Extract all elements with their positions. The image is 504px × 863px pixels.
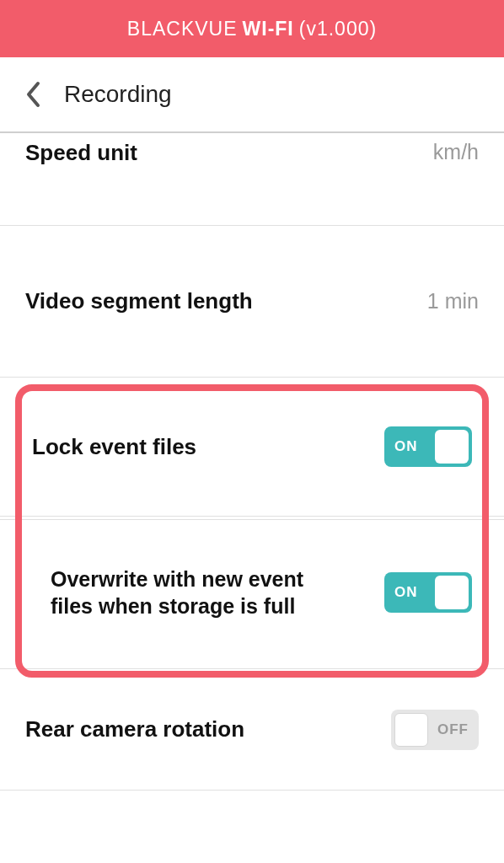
- rear-rotation-toggle[interactable]: OFF: [391, 710, 479, 750]
- segment-length-row[interactable]: Video segment length 1 min: [0, 226, 504, 378]
- overwrite-label: Overwrite with new event files when stor…: [51, 566, 337, 620]
- lock-event-row: Lock event files ON: [0, 378, 504, 517]
- speed-unit-row[interactable]: Speed unit km/h: [0, 133, 504, 226]
- settings-list: Speed unit km/h Video segment length 1 m…: [0, 133, 504, 791]
- divider: [0, 519, 504, 520]
- toggle-on-text: ON: [394, 438, 418, 455]
- speed-unit-label: Speed unit: [25, 140, 137, 166]
- overwrite-row: Overwrite with new event files when stor…: [0, 517, 504, 668]
- header-brand: BLACKVUE: [127, 18, 238, 40]
- lock-event-toggle[interactable]: ON: [384, 426, 472, 467]
- chevron-left-icon: [25, 81, 40, 108]
- nav-bar: Recording: [0, 57, 504, 133]
- back-button[interactable]: [24, 79, 42, 110]
- page-title: Recording: [64, 81, 172, 108]
- toggle-knob: [394, 713, 428, 747]
- header-product: WI-FI: [243, 18, 294, 40]
- segment-length-label: Video segment length: [25, 288, 253, 314]
- toggle-knob: [435, 430, 469, 464]
- lock-event-label: Lock event files: [32, 434, 196, 460]
- segment-length-value: 1 min: [427, 289, 479, 314]
- rear-rotation-row: Rear camera rotation OFF: [0, 668, 504, 791]
- app-header: BLACKVUE WI-FI (v1.000): [0, 0, 504, 57]
- rear-rotation-label: Rear camera rotation: [25, 716, 244, 742]
- toggle-off-text: OFF: [437, 721, 469, 738]
- overwrite-toggle[interactable]: ON: [384, 572, 472, 613]
- speed-unit-value: km/h: [433, 140, 479, 164]
- toggle-on-text: ON: [394, 584, 418, 601]
- toggle-knob: [435, 576, 469, 609]
- header-version: (v1.000): [299, 18, 377, 40]
